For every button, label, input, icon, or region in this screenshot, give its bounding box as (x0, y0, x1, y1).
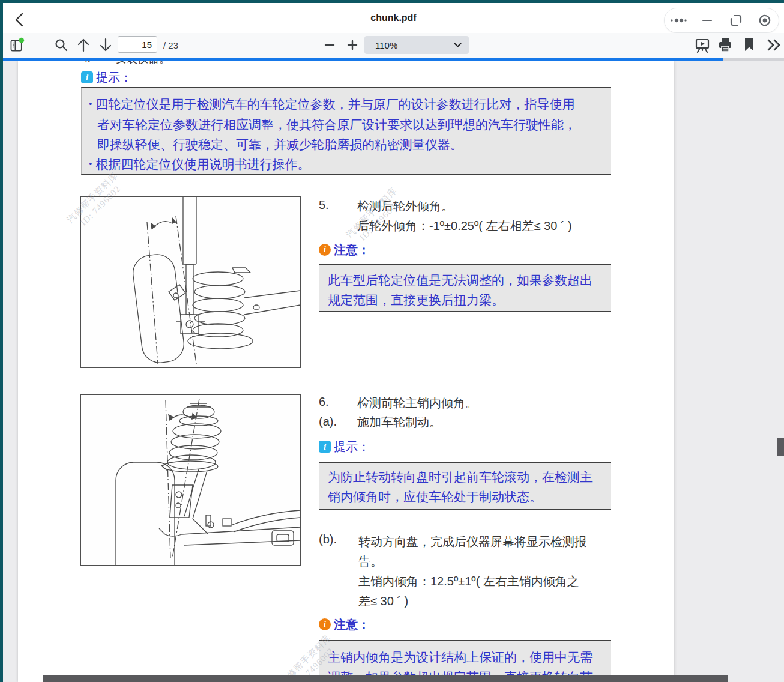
arrow-up-icon (76, 37, 91, 53)
step6b-text: 转动方向盘，完成后仪器屏幕将显示检测报 告。 (358, 532, 586, 572)
presentation-icon (695, 37, 710, 53)
tip-info-icon (81, 71, 93, 83)
step6a-text: 施加车轮制动。 (357, 414, 441, 430)
tip1-bullet-2: 根据四轮定位仪使用说明书进行操作。 (89, 155, 605, 175)
zoom-in-button[interactable] (345, 37, 360, 53)
bottom-overlay-bar (43, 675, 728, 682)
zoom-out-button[interactable] (322, 37, 337, 53)
record-target-button[interactable] (750, 8, 779, 32)
minus-icon (324, 40, 335, 50)
titlebar: chunk.pdf (3, 3, 784, 33)
chevron-down-icon (454, 43, 462, 47)
step6-number: 6. (319, 395, 329, 409)
browser-actions-pill (664, 8, 779, 33)
printer-icon (717, 37, 733, 53)
search-icon (54, 38, 68, 52)
print-button[interactable] (717, 37, 733, 53)
front-strut-line-art (81, 395, 300, 565)
more-tools-button[interactable] (766, 37, 782, 53)
dots-icon (669, 17, 687, 23)
step4-number: 4. (82, 61, 91, 65)
double-chevron-right-icon (766, 38, 782, 52)
tip1-bullet-1: 四轮定位仪是用于检测汽车的车轮定位参数，并与原厂的设计参数进行比对，指导使用 者… (89, 95, 605, 155)
green-status-dot (19, 38, 24, 43)
step5-spec: 后轮外倾角：-1º±0.25º( 左右相差≤ 30 ´ ) (357, 218, 572, 234)
zoom-level-value: 110% (375, 40, 454, 50)
rear-camber-diagram (80, 196, 301, 368)
notice1-box: 此车型后轮定位值是无法调整的，如果参数超出 规定范围，直接更换后扭力梁。 (319, 264, 611, 312)
step6-title: 检测前轮主销内倾角。 (357, 395, 477, 411)
step5-number: 5. (319, 198, 329, 212)
vertical-scrollbar-thumb[interactable] (777, 438, 784, 456)
bookmark-icon (744, 38, 755, 52)
next-page-button[interactable] (98, 37, 113, 53)
page-number-input[interactable] (118, 36, 157, 53)
sidebar-panel-icon (9, 36, 25, 54)
minimize-button[interactable] (693, 8, 722, 32)
arrow-down-icon (98, 37, 113, 53)
notice1-label: 注意： (334, 242, 370, 258)
tip1-label: 提示： (96, 70, 132, 86)
tip2-label: 提示： (334, 439, 370, 455)
toolbar-divider (761, 38, 761, 52)
more-options-button[interactable] (665, 8, 693, 32)
present-button[interactable] (695, 37, 710, 53)
step6b-spec: 主销内倾角：12.5º±1º( 左右主销内倾角之 差≤ 30 ´ ) (358, 572, 579, 611)
search-button[interactable] (53, 37, 69, 53)
toolbar-divider (95, 38, 95, 52)
zoom-level-dropdown[interactable]: 110% (364, 36, 469, 54)
step4-text: 安装仪器。 (116, 61, 170, 65)
tip2-box: 为防止转动转向盘时引起前车轮滚动，在检测主 销内倾角时，应使车轮处于制动状态。 (319, 462, 611, 510)
tip-info-icon (319, 441, 331, 453)
previous-page-button[interactable] (76, 37, 91, 53)
page-total-label: / 23 (163, 33, 178, 58)
pdf-viewport: 4. 安装仪器。 提示： 四轮定位仪是用于检测汽车的车轮定位参数，并与原厂的设计… (3, 61, 784, 682)
clipped-step4-line: 4. 安装仪器。 (82, 61, 170, 66)
step6a-number: (a). (319, 415, 337, 429)
target-icon (758, 14, 771, 27)
watermark: 汽修帮手资料库 ID: 7496002 (344, 185, 408, 249)
rear-suspension-line-art (81, 197, 300, 367)
toolbar-divider (342, 38, 342, 52)
pdf-page: 4. 安装仪器。 提示： 四轮定位仪是用于检测汽车的车轮定位参数，并与原厂的设计… (18, 61, 674, 682)
front-kingpin-diagram (80, 394, 301, 566)
plus-icon (347, 40, 358, 50)
step6b-number: (b). (319, 533, 337, 546)
pdf-toolbar: / 23 110% (3, 33, 784, 58)
notice-info-icon (319, 244, 331, 256)
tip1-box: 四轮定位仪是用于检测汽车的车轮定位参数，并与原厂的设计参数进行比对，指导使用 者… (81, 87, 611, 175)
notice2-label: 注意： (334, 617, 370, 633)
step5-title: 检测后轮外倾角。 (357, 198, 453, 214)
bookmark-button[interactable] (741, 37, 757, 53)
notice-info-icon (319, 618, 331, 630)
restore-icon (729, 14, 743, 27)
sidebar-toggle-button[interactable] (9, 37, 25, 53)
minimize-icon (702, 15, 713, 26)
restore-window-button[interactable] (722, 8, 750, 32)
